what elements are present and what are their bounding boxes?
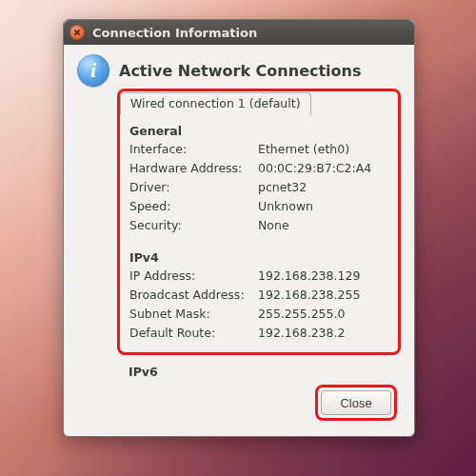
section-general-heading: General — [129, 124, 388, 138]
close-button[interactable]: Close — [321, 390, 391, 415]
label-hwaddr: Hardware Address: — [129, 159, 258, 178]
row-ip: IP Address: 192.168.238.129 — [129, 267, 388, 286]
close-icon[interactable] — [69, 25, 85, 40]
annotation-highlight-close: Close — [315, 385, 397, 421]
value-security: None — [258, 216, 388, 235]
row-route: Default Route: 192.168.238.2 — [129, 324, 388, 343]
tab-label: Wired connection 1 (default) — [130, 96, 301, 110]
label-interface: Interface: — [129, 140, 258, 159]
label-security: Security: — [129, 216, 258, 235]
tab-area: Wired connection 1 (default) General Int… — [117, 89, 401, 355]
label-ip: IP Address: — [129, 267, 258, 286]
dialog-title: Active Network Connections — [119, 62, 362, 80]
row-hwaddr: Hardware Address: 00:0C:29:B7:C2:A4 — [129, 159, 388, 178]
connection-info-dialog: Connection Information i Active Network … — [63, 19, 415, 437]
info-icon: i — [77, 54, 109, 87]
value-hwaddr: 00:0C:29:B7:C2:A4 — [258, 159, 388, 178]
window-title: Connection Information — [92, 26, 257, 40]
label-driver: Driver: — [129, 178, 258, 197]
row-speed: Speed: Unknown — [129, 197, 388, 216]
section-ipv6-heading: IPv6 — [129, 365, 401, 379]
close-button-label: Close — [340, 396, 371, 410]
label-bcast: Broadcast Address: — [129, 286, 258, 305]
value-speed: Unknown — [258, 197, 388, 216]
section-ipv4-heading: IPv4 — [129, 250, 388, 265]
row-interface: Interface: Ethernet (eth0) — [129, 140, 388, 159]
value-route: 192.168.238.2 — [258, 324, 388, 343]
desktop-wallpaper: Connection Information i Active Network … — [0, 0, 476, 476]
row-mask: Subnet Mask: 255.255.255.0 — [129, 305, 388, 324]
annotation-highlight: Wired connection 1 (default) General Int… — [117, 89, 401, 355]
label-route: Default Route: — [129, 324, 258, 343]
label-mask: Subnet Mask: — [129, 305, 258, 324]
value-mask: 255.255.255.0 — [258, 305, 388, 324]
dialog-content: i Active Network Connections Wired conne… — [64, 45, 414, 436]
row-driver: Driver: pcnet32 — [129, 178, 388, 197]
tab-wired-connection[interactable]: Wired connection 1 (default) — [120, 92, 311, 115]
dialog-header: i Active Network Connections — [77, 54, 401, 87]
button-row: Close — [77, 385, 401, 423]
value-interface: Ethernet (eth0) — [258, 140, 388, 159]
value-ip: 192.168.238.129 — [258, 267, 388, 286]
value-driver: pcnet32 — [258, 178, 388, 197]
row-bcast: Broadcast Address: 192.168.238.255 — [129, 286, 388, 305]
titlebar[interactable]: Connection Information — [64, 20, 414, 45]
value-bcast: 192.168.238.255 — [258, 286, 388, 305]
tab-strip: Wired connection 1 (default) — [120, 91, 398, 114]
label-speed: Speed: — [129, 197, 258, 216]
row-security: Security: None — [129, 216, 388, 235]
tab-page: General Interface: Ethernet (eth0) Hardw… — [120, 114, 398, 350]
